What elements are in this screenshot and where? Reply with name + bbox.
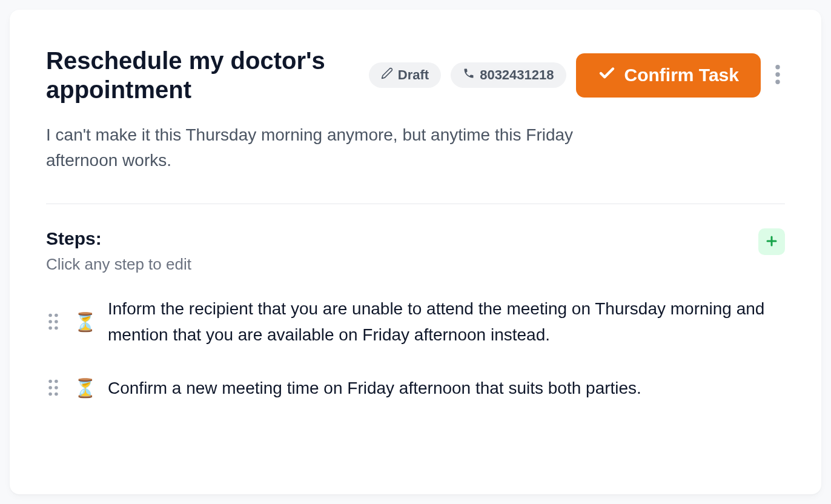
drag-handle-icon[interactable] xyxy=(46,313,61,330)
more-vertical-icon xyxy=(775,65,780,86)
svg-point-6 xyxy=(55,314,58,317)
steps-header: Steps: Click any step to edit xyxy=(46,228,785,274)
svg-point-11 xyxy=(48,380,52,383)
phone-badge-label: 8032431218 xyxy=(480,67,554,83)
svg-point-5 xyxy=(48,314,52,317)
svg-point-16 xyxy=(55,393,58,396)
task-card: Reschedule my doctor's appointment Draft… xyxy=(10,10,821,494)
check-icon xyxy=(598,64,616,87)
svg-point-8 xyxy=(55,320,58,324)
task-header: Reschedule my doctor's appointment Draft… xyxy=(46,46,785,104)
steps-hint: Click any step to edit xyxy=(46,255,191,274)
svg-point-10 xyxy=(55,327,58,330)
confirm-task-button[interactable]: Confirm Task xyxy=(576,53,761,98)
svg-point-13 xyxy=(48,386,52,390)
svg-point-12 xyxy=(55,380,58,383)
add-step-button[interactable] xyxy=(758,228,785,255)
svg-point-2 xyxy=(775,79,780,84)
step-text: Confirm a new meeting time on Friday aft… xyxy=(108,375,641,401)
plus-icon xyxy=(764,234,779,250)
header-actions: Draft 8032431218 Confirm Task xyxy=(369,53,785,98)
hourglass-icon: ⏳ xyxy=(74,377,94,399)
phone-badge: 8032431218 xyxy=(451,62,566,88)
pencil-icon xyxy=(381,67,393,83)
steps-heading-group: Steps: Click any step to edit xyxy=(46,228,191,274)
step-text: Inform the recipient that you are unable… xyxy=(108,296,785,348)
task-description: I can't make it this Thursday morning an… xyxy=(46,122,579,173)
draft-badge-label: Draft xyxy=(398,67,429,83)
svg-point-0 xyxy=(775,65,780,69)
steps-list: ⏳ Inform the recipient that you are unab… xyxy=(46,296,785,401)
task-title: Reschedule my doctor's appointment xyxy=(46,46,349,104)
steps-heading: Steps: xyxy=(46,228,191,249)
step-row[interactable]: ⏳ Confirm a new meeting time on Friday a… xyxy=(46,375,785,401)
svg-point-1 xyxy=(775,72,780,76)
steps-section: Steps: Click any step to edit xyxy=(46,228,785,401)
svg-point-9 xyxy=(48,327,52,330)
svg-point-14 xyxy=(55,386,58,390)
drag-handle-icon[interactable] xyxy=(46,379,61,396)
section-divider xyxy=(46,204,785,204)
draft-badge: Draft xyxy=(369,62,441,88)
confirm-task-label: Confirm Task xyxy=(624,65,739,85)
step-row[interactable]: ⏳ Inform the recipient that you are unab… xyxy=(46,296,785,348)
phone-icon xyxy=(463,67,475,83)
svg-point-7 xyxy=(48,320,52,324)
svg-point-15 xyxy=(48,393,52,396)
hourglass-icon: ⏳ xyxy=(74,311,94,333)
more-options-button[interactable] xyxy=(770,60,785,91)
